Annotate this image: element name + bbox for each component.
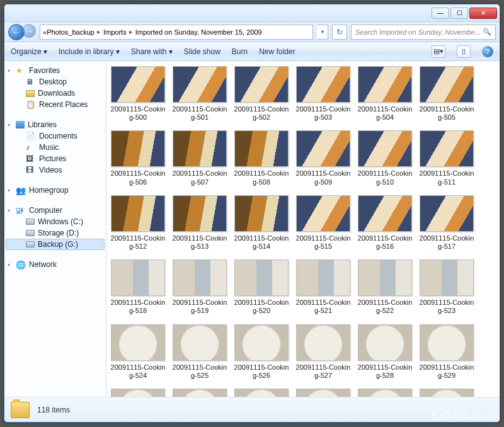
music-icon: ♪ — [26, 143, 36, 152]
file-thumbnail[interactable]: 20091115-Cooking-506 — [109, 130, 167, 186]
minimize-button[interactable]: — — [432, 8, 449, 19]
network-label: Network — [29, 260, 57, 269]
file-label: 20091115-Cooking-515 — [296, 234, 351, 251]
file-thumbnail[interactable]: 20091115-Cooking-528 — [356, 324, 414, 380]
file-thumbnail[interactable]: 20091115-Cooking-522 — [356, 259, 414, 315]
file-thumbnail[interactable]: 20091115-Cooking-520 — [232, 259, 290, 315]
file-thumbnail[interactable]: 20091115-Cooking-518 — [109, 259, 167, 315]
pictures-icon: 🖼 — [26, 154, 36, 163]
file-thumbnail[interactable]: 20091115-Cooking-503 — [294, 66, 352, 122]
file-label: 20091115-Cooking-528 — [358, 363, 413, 380]
nav-buttons: ← → — [8, 24, 36, 40]
file-thumbnail[interactable]: 20091115-Cooking-504 — [356, 66, 414, 122]
favorites-header[interactable]: ★ Favorites — [6, 65, 105, 76]
file-label: 20091115-Cooking-505 — [420, 105, 474, 122]
file-thumbnail[interactable]: 20091115-Cooking-505 — [418, 66, 476, 122]
address-bar: ← → « Photos_backup ▸ Imports ▸ Imported… — [4, 22, 500, 42]
file-thumbnail[interactable]: 20091115-Cooking-512 — [109, 195, 167, 251]
slideshow-button[interactable]: Slide show — [184, 47, 220, 56]
breadcrumb-history-button[interactable]: ▾ — [317, 25, 328, 40]
file-thumbnail[interactable]: 20091115-Cooking-524 — [109, 324, 167, 380]
file-thumbnail[interactable]: 20091115-Cooking-525 — [171, 324, 229, 380]
file-thumbnail[interactable]: 20091115-Cooking-507 — [171, 130, 229, 186]
file-thumbnail[interactable]: 20091115-Cooking-517 — [418, 195, 476, 251]
close-button[interactable]: ✕ — [469, 8, 497, 19]
breadcrumb[interactable]: « Photos_backup ▸ Imports ▸ Imported on … — [40, 25, 313, 40]
crumb-1[interactable]: Imports — [103, 28, 127, 36]
sidebar-item-drive-c[interactable]: Windows (C:) — [6, 216, 105, 227]
thumbnail-image — [358, 389, 412, 397]
file-thumbnail[interactable]: 20091115-Cooking-515 — [294, 195, 352, 251]
help-button[interactable]: ? — [482, 46, 493, 57]
file-thumbnail[interactable]: 20091115-Cooking-526 — [232, 324, 290, 380]
sidebar-item-pictures[interactable]: 🖼Pictures — [6, 153, 105, 164]
file-thumbnail[interactable]: 20091115-Cooking-527 — [294, 324, 352, 380]
file-thumbnail[interactable]: 20091115-Cooking-513 — [171, 195, 229, 251]
file-thumbnail[interactable]: 20091115-Cooking-509 — [294, 130, 352, 186]
burn-button[interactable]: Burn — [232, 47, 248, 56]
file-thumbnail[interactable]: 20091115-Cooking-502 — [232, 66, 290, 122]
sidebar-item-downloads[interactable]: Downloads — [6, 88, 105, 99]
file-label: 20091115-Cooking-518 — [111, 299, 166, 315]
crumb-0[interactable]: Photos_backup — [47, 28, 94, 36]
file-label: 20091115-Cooking-509 — [296, 169, 351, 186]
libraries-group: Libraries 📄Documents ♪Music 🖼Pictures 🎞V… — [6, 119, 105, 176]
thumbnail-image — [296, 130, 350, 167]
file-label: 20091115-Cooking-504 — [358, 105, 413, 122]
chevron-right-icon: ▸ — [127, 28, 135, 36]
sidebar-item-videos[interactable]: 🎞Videos — [6, 164, 105, 176]
folder-icon — [26, 90, 35, 97]
folder-icon — [11, 402, 30, 418]
file-label: 20091115-Cooking-508 — [234, 169, 289, 186]
search-input[interactable]: Search Imported on Sunday, Novembe... 🔍 — [351, 25, 496, 40]
file-thumbnail[interactable]: 20091115-Cooking-500 — [109, 66, 167, 122]
file-label: 20091115-Cooking-524 — [111, 363, 166, 380]
libraries-header[interactable]: Libraries — [6, 119, 105, 130]
preview-pane-button[interactable]: ▯ — [457, 45, 471, 58]
file-thumbnail[interactable]: 20091115-Cooking-529 — [418, 324, 476, 380]
file-thumbnail[interactable]: 20091115-Cooking-510 — [356, 130, 414, 186]
favorites-group: ★ Favorites 🖥Desktop Downloads 📋Recent P… — [6, 65, 105, 110]
homegroup-header[interactable]: 👥 Homegroup — [6, 185, 105, 196]
file-thumbnail[interactable]: 20091115-Cooking-516 — [356, 195, 414, 251]
share-with-menu[interactable]: Share with ▾ — [131, 47, 173, 56]
sidebar-item-drive-d[interactable]: Storage (D:) — [6, 227, 105, 239]
file-thumbnail[interactable]: 20091115-Cooking-533 — [294, 389, 352, 397]
file-list-pane[interactable]: 20091115-Cooking-50020091115-Cooking-501… — [106, 61, 500, 397]
file-label: 20091115-Cooking-527 — [296, 363, 351, 380]
file-thumbnail[interactable]: 20091115-Cooking-521 — [294, 259, 352, 315]
navigation-pane[interactable]: ★ Favorites 🖥Desktop Downloads 📋Recent P… — [4, 61, 106, 397]
file-thumbnail[interactable]: 20091115-Cooking-508 — [232, 130, 290, 186]
file-thumbnail[interactable]: 20091115-Cooking-514 — [232, 195, 290, 251]
sidebar-item-music[interactable]: ♪Music — [6, 142, 105, 153]
file-thumbnail[interactable]: 20091115-Cooking-511 — [418, 130, 476, 186]
maximize-button[interactable]: ☐ — [450, 8, 468, 19]
view-options-button[interactable]: ▤▾ — [432, 45, 445, 58]
sidebar-item-recent[interactable]: 📋Recent Places — [6, 99, 105, 110]
file-label: 20091115-Cooking-512 — [111, 234, 166, 251]
file-thumbnail[interactable]: 20091115-Cooking-523 — [418, 259, 476, 315]
refresh-button[interactable]: ↻ — [332, 25, 347, 40]
file-thumbnail[interactable]: 20091115-Cooking-531 — [171, 389, 229, 397]
computer-icon: 🖳 — [16, 206, 26, 215]
thumbnail-image — [234, 66, 289, 103]
file-thumbnail[interactable]: 20091115-Cooking-519 — [171, 259, 229, 315]
sidebar-item-desktop[interactable]: 🖥Desktop — [6, 76, 105, 88]
sidebar-item-documents[interactable]: 📄Documents — [6, 130, 105, 142]
file-thumbnail[interactable]: 20091115-Cooking-532 — [232, 389, 290, 397]
forward-button[interactable]: → — [22, 24, 36, 38]
thumbnail-image — [111, 195, 165, 232]
file-thumbnail[interactable]: 20091115-Cooking-534 — [356, 389, 414, 397]
include-in-library-menu[interactable]: Include in library ▾ — [59, 47, 120, 56]
sidebar-item-drive-g[interactable]: Backup (G:) — [6, 239, 105, 250]
file-thumbnail[interactable]: 20091115-Cooking-535 — [418, 389, 476, 397]
thumbnail-image — [173, 130, 227, 167]
file-thumbnail[interactable]: 20091115-Cooking-530 — [109, 389, 167, 397]
organize-menu[interactable]: Organize ▾ — [11, 47, 47, 56]
new-folder-button[interactable]: New folder — [259, 47, 295, 56]
crumb-2[interactable]: Imported on Sunday, November 15, 2009 — [135, 28, 262, 36]
thumbnail-image — [358, 324, 412, 361]
file-thumbnail[interactable]: 20091115-Cooking-501 — [171, 66, 229, 122]
computer-header[interactable]: 🖳 Computer — [6, 205, 105, 216]
network-header[interactable]: 🌐 Network — [6, 259, 105, 270]
